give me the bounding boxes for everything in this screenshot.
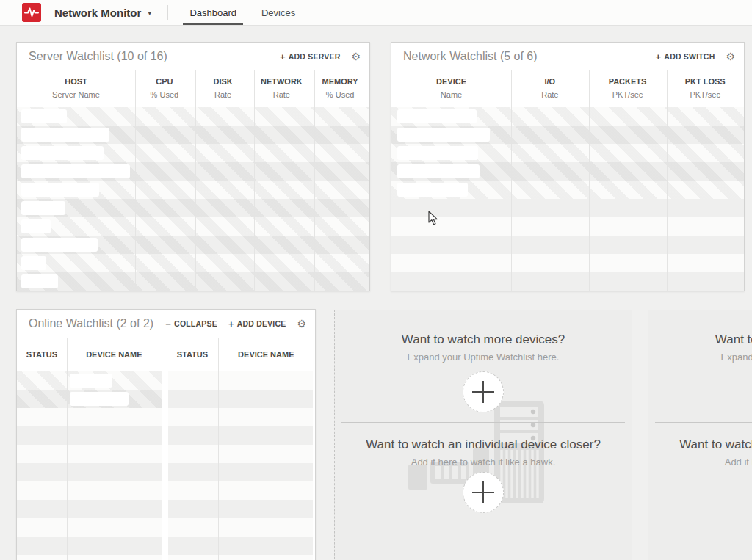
table-row[interactable] (17, 272, 369, 291)
redacted-label (21, 128, 109, 142)
card-title: Network Watchlist (5 of 6) (403, 50, 656, 63)
uptime-empty-section: Want to watch more devices? Expand your … (335, 310, 632, 423)
empty-subtitle: Expand your Uptime Watchlist here. (335, 351, 632, 364)
add-server-button[interactable]: + ADD SERVER (280, 51, 340, 62)
table-row (17, 555, 315, 560)
column-subtitle: PKT/sec (690, 90, 720, 99)
redacted-label (21, 183, 99, 197)
plus-icon (471, 480, 496, 505)
empty-subtitle: Expand your Uptime Watchlist here. (648, 351, 752, 364)
redacted-label (70, 392, 129, 406)
column-subtitle: Rate (273, 90, 290, 99)
column-name: PACKETS (609, 77, 647, 86)
redacted-label (21, 256, 46, 270)
minus-icon: − (165, 319, 171, 330)
table-row (17, 537, 315, 555)
column-subtitle: Rate (541, 90, 558, 99)
column-subtitle: % Used (326, 90, 355, 99)
device-empty-section: Want to watch an individual device close… (648, 423, 752, 513)
watch-cell-left (17, 537, 162, 555)
watch-cell-left (17, 463, 162, 481)
table-body (17, 371, 315, 560)
collapse-button[interactable]: − COLLAPSE (165, 319, 217, 330)
column-header: PACKETSPKT/sec (589, 70, 667, 107)
column-name: I/O (545, 77, 556, 86)
table-row[interactable] (391, 181, 744, 199)
tab-devices[interactable]: Devices (249, 0, 308, 25)
column-subtitle: Server Name (52, 90, 100, 99)
table-row (17, 408, 315, 426)
chevron-down-icon[interactable]: ▾ (148, 9, 151, 17)
add-device-button[interactable]: + ADD DEVICE (228, 319, 286, 330)
redacted-label (397, 183, 468, 197)
watch-cell-right (168, 445, 313, 463)
column-name: NETWORK (261, 77, 303, 86)
expand-uptime-add-button[interactable] (463, 371, 504, 412)
column-name: CPU (156, 77, 173, 86)
watch-cell-right (168, 390, 313, 408)
empty-subtitle: Add it here to watch it like a hawk. (335, 456, 632, 469)
watch-device-add-button[interactable] (463, 472, 504, 513)
column-subtitle: PKT/sec (612, 90, 643, 99)
redacted-label (21, 146, 104, 160)
table-row[interactable] (391, 144, 744, 162)
column-header: STATUS (167, 350, 217, 359)
add-switch-button[interactable]: + ADD SWITCH (656, 51, 715, 62)
column-divider (314, 70, 315, 291)
watch-cell-right (168, 555, 313, 560)
top-nav: Network Monitor ▾ DashboardDevices (0, 0, 752, 26)
card-header: Online Watchlist (2 of 2) − COLLAPSE + A… (17, 310, 315, 338)
uptime-empty-panel: Want to watch more devices? Expand your … (334, 310, 632, 560)
table-row (391, 236, 744, 254)
gear-icon[interactable]: ⚙ (351, 51, 361, 62)
table-row[interactable] (17, 144, 369, 162)
watch-cell-left[interactable] (17, 371, 162, 390)
column-name: HOST (65, 77, 87, 86)
table-row[interactable] (17, 217, 369, 236)
column-header: DEVICE NAME (67, 350, 162, 359)
table-row (391, 199, 744, 217)
column-header: DEVICE NAME (217, 350, 315, 359)
watch-cell-left[interactable] (17, 390, 162, 408)
table-row[interactable] (17, 126, 369, 144)
column-headers: HOSTServer NameCPU% UsedDISKRateNETWORKR… (17, 70, 369, 107)
add-server-label: ADD SERVER (289, 52, 341, 61)
redacted-label (397, 146, 478, 160)
gear-icon[interactable]: ⚙ (297, 319, 306, 329)
watch-cell-left (17, 555, 162, 560)
table-row[interactable] (17, 199, 369, 217)
table-row (391, 272, 744, 291)
table-row[interactable] (391, 126, 744, 144)
column-subtitle: Name (441, 90, 462, 99)
table-row[interactable] (391, 107, 744, 126)
card-actions: − COLLAPSE + ADD DEVICE ⚙ (165, 319, 306, 330)
table-row (17, 500, 315, 518)
table-row (391, 254, 744, 272)
column-header: NETWORKRate (253, 70, 311, 107)
column-header: MEMORY% Used (311, 70, 369, 107)
watch-cell-right (168, 371, 313, 390)
gear-icon[interactable]: ⚙ (726, 51, 735, 62)
table-row[interactable] (17, 254, 369, 272)
collapse-label: COLLAPSE (174, 319, 217, 328)
card-title: Server Watchlist (10 of 16) (29, 50, 280, 63)
redacted-label (21, 201, 65, 215)
table-row[interactable] (17, 162, 369, 181)
app-logo-icon[interactable] (22, 3, 41, 22)
redacted-label (397, 128, 490, 142)
empty-title: Want to watch an individual device close… (335, 436, 632, 453)
table-row[interactable] (17, 236, 369, 254)
table-row (391, 217, 744, 236)
redacted-label (21, 109, 67, 123)
empty-title: Want to watch an individual device close… (648, 436, 752, 453)
column-headers: STATUSDEVICE NAMESTATUSDEVICE NAME (17, 338, 315, 371)
tab-dashboard[interactable]: Dashboard (177, 0, 249, 25)
watch-cell-right (168, 481, 313, 500)
network-watchlist-card: Network Watchlist (5 of 6) + ADD SWITCH … (391, 42, 745, 291)
table-row (17, 518, 315, 537)
table-row (17, 426, 315, 445)
table-row[interactable] (17, 107, 369, 126)
column-name: DISK (213, 77, 232, 86)
table-row[interactable] (391, 162, 744, 181)
table-row[interactable] (17, 181, 369, 199)
